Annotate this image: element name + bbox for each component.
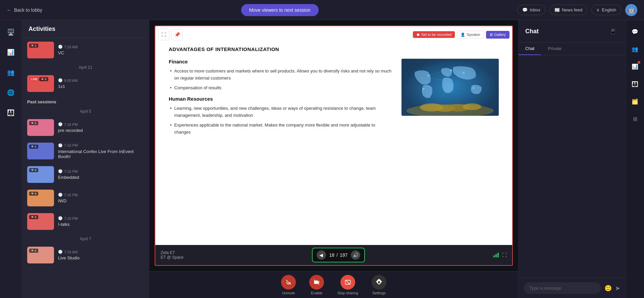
slide-separator: /	[336, 252, 338, 258]
notification-dot	[638, 61, 640, 64]
frame-controls-left: ⛶ 📌	[158, 29, 183, 40]
emoji-button[interactable]: 🙂	[604, 285, 612, 292]
topbar-right: 💬 Inbox 📰 News feed ∨ English 🤖	[517, 4, 637, 16]
clock-icon: 🕐	[58, 250, 63, 254]
list-item[interactable]: 👁 0 🕐 7:16 PM International Confex Live …	[22, 139, 149, 163]
next-slide-button[interactable]: 🔊	[351, 250, 360, 260]
bullet-item: • Experiences applicable to the national…	[170, 122, 391, 136]
activity-thumbnail: 👁 0	[27, 190, 54, 206]
activity-info: 🕐 7:16 PM I-talks	[58, 216, 144, 227]
sidebar-icon-presentation[interactable]: 📊	[4, 46, 17, 59]
activity-info: 🕐 9:00 AM 1x1	[58, 78, 144, 89]
total-slides: 197	[340, 252, 347, 258]
chart-icon-button[interactable]: 📊	[629, 60, 641, 72]
date-label-april7: April 7	[22, 233, 149, 243]
activity-thumbnail: 👁 0	[27, 166, 54, 183]
right-icon-sidebar: 💬 👥 📊 👨‍👩‍👧 🗂️ ⊞	[626, 20, 644, 298]
stop-sharing-label: Stop sharing	[337, 291, 358, 295]
past-sessions-label: Past sessions	[22, 95, 149, 106]
activity-name: International Confex Live From InEvent B…	[58, 149, 144, 159]
svg-point-9	[473, 87, 475, 89]
clock-icon: 🕐	[58, 216, 63, 220]
inbox-icon: 💬	[522, 7, 528, 12]
grid-icon-button[interactable]: ⊞	[629, 113, 641, 125]
newsfeed-button[interactable]: 📰 News feed	[549, 5, 587, 15]
chevron-down-icon: ∨	[596, 7, 600, 12]
bullet-item: • Learning, new opportunities, and new c…	[170, 105, 391, 119]
activity-thumbnail: 👁 0	[27, 143, 54, 159]
settings-button[interactable]: Settings	[372, 275, 386, 295]
fullscreen-button[interactable]: ⛶	[158, 29, 169, 40]
tab-private[interactable]: Private	[541, 43, 568, 55]
people-icon-button[interactable]: 👥	[629, 43, 641, 55]
language-button[interactable]: ∨ English	[591, 5, 621, 15]
activity-name: Live Studio	[58, 255, 144, 260]
sidebar-icon-people[interactable]: 👥	[4, 66, 17, 79]
list-item[interactable]: 👁 0 🕐 7:16 PM pre recorded	[22, 116, 149, 139]
slide-image-column	[401, 59, 499, 141]
enable-button[interactable]: Enable	[309, 275, 324, 295]
unmute-button[interactable]: Unmute	[281, 275, 296, 295]
chat-title: Chat	[525, 28, 539, 35]
sidebar-icon-monitor[interactable]: 🖥️	[4, 26, 17, 39]
gallery-label: Gallery	[494, 33, 506, 37]
clock-icon: 🕐	[58, 193, 63, 197]
section2-title: Human Resources	[169, 96, 391, 102]
activities-panel: Activities 👁 2 🕐 7:16 AM VC April 21 LIV…	[22, 20, 149, 298]
activity-info: 🕐 7:16 PM International Confex Live From…	[58, 143, 144, 159]
inbox-label: Inbox	[530, 7, 540, 12]
record-icon: ⏺	[416, 33, 420, 37]
chat-panel-header: Chat 📱	[519, 20, 626, 43]
newsfeed-icon: 📰	[554, 7, 560, 12]
back-to-lobby-button[interactable]: ← Back to lobby	[7, 7, 42, 13]
list-item[interactable]: 👁 0 🕐 7:16 PM I-talks	[22, 210, 149, 233]
activity-name: pre recorded	[58, 128, 144, 133]
presentation-frame: ⛶ 📌 ⏺ Set to be recorded 👤 Speaker	[155, 26, 513, 266]
activity-name: I-talks	[58, 222, 144, 227]
bullet-icon: •	[170, 122, 172, 136]
activity-name: IWD	[58, 198, 144, 203]
bullet-item: • Compensation of results	[170, 85, 391, 92]
sidebar-icon-groups[interactable]: 👨‍👩‍👧	[4, 106, 17, 119]
previous-slide-button[interactable]: ◀	[317, 250, 326, 260]
send-button[interactable]: ➤	[615, 285, 620, 292]
chat-input[interactable]	[524, 282, 601, 294]
slide-footer: Zeta ET ET @ Space ◀ 18 / 197 🔊	[155, 245, 512, 265]
avatar-icon: 🤖	[628, 6, 635, 14]
list-item[interactable]: LIVE 👁 0 🕐 9:00 AM 1x1	[22, 72, 149, 95]
list-item[interactable]: 👁 0 🕐 7:16 PM IWD	[22, 186, 149, 210]
center-area: ⛶ 📌 ⏺ Set to be recorded 👤 Speaker	[149, 20, 518, 298]
clock-icon: 🕐	[58, 78, 63, 83]
rooms-icon-button[interactable]: 👨‍👩‍👧	[629, 78, 641, 90]
expand-icon[interactable]: ⛶	[502, 252, 507, 258]
svg-point-10	[422, 88, 424, 90]
inbox-button[interactable]: 💬 Inbox	[517, 5, 545, 15]
bullet-text: Access to more customers and markets whe…	[174, 68, 391, 82]
chat-icon-button[interactable]: 💬	[629, 26, 641, 38]
avatar[interactable]: 🤖	[625, 4, 637, 16]
pin-button[interactable]: 📌	[171, 29, 183, 40]
signal-bar-1	[493, 255, 495, 257]
activity-time: 🕐 7:16 AM	[58, 45, 144, 49]
unmute-label: Unmute	[282, 291, 295, 295]
speaker-view-button[interactable]: 👤 Speaker	[457, 31, 484, 39]
tablet-icon[interactable]: 📱	[607, 26, 619, 37]
sidebar-icon-globe[interactable]: 🌐	[4, 86, 17, 99]
back-arrow-icon: ←	[7, 7, 11, 13]
gallery-view-button[interactable]: ⊞ Gallery	[486, 31, 509, 39]
list-item[interactable]: 👁 2 🕐 7:16 AM VC	[22, 38, 149, 62]
slide-title: ADVANTAGES OF INTERNATIONALIZATION	[169, 46, 499, 52]
slide-counter: 18 / 197	[329, 252, 348, 258]
tab-chat[interactable]: Chat	[519, 43, 541, 55]
activity-info: 🕐 7:16 PM Embedded	[58, 169, 144, 180]
activity-thumbnail: 👁 0	[27, 247, 54, 263]
stop-sharing-button[interactable]: Stop sharing	[337, 275, 358, 295]
date-label-april21: April 21	[22, 62, 149, 72]
activity-info: 🕐 7:16 PM pre recorded	[58, 122, 144, 133]
list-item[interactable]: 👁 0 🕐 7:16 PM Embedded	[22, 163, 149, 186]
list-item[interactable]: 👁 0 🕐 7:16 AM Live Studio	[22, 243, 149, 267]
layers-icon-button[interactable]: 🗂️	[629, 95, 641, 107]
camera-muted-svg	[313, 279, 320, 286]
move-viewers-button[interactable]: Move viewers to next session	[241, 4, 319, 16]
enable-icon	[309, 275, 324, 290]
